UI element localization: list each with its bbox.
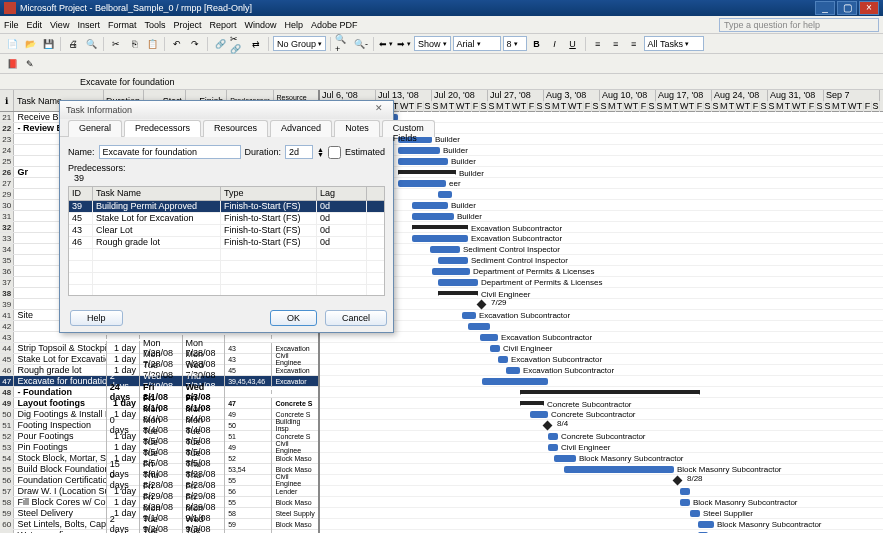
gantt-row[interactable]: Excavation Subcontractor <box>320 233 883 244</box>
row-number[interactable]: 60 <box>0 519 14 529</box>
split-icon[interactable]: ⇄ <box>248 36 264 52</box>
predecessor-empty-row[interactable] <box>69 249 384 261</box>
predecessors-cell[interactable]: 52 <box>225 453 272 464</box>
predecessors-cell[interactable]: 49 <box>225 442 272 453</box>
row-number[interactable]: 46 <box>0 365 14 375</box>
gantt-row[interactable]: Sediment Control Inspector <box>320 255 883 266</box>
row-number[interactable]: 44 <box>0 343 14 353</box>
row-number[interactable]: 43 <box>0 332 14 342</box>
gantt-row[interactable]: Excavation Subcontractor <box>320 310 883 321</box>
resource-cell[interactable]: Excavation <box>272 365 318 376</box>
predecessors-cell[interactable]: 55 <box>225 475 272 486</box>
tab-notes[interactable]: Notes <box>334 120 380 137</box>
grid-col-lag[interactable]: Lag <box>317 187 367 200</box>
duration-cell[interactable] <box>107 335 140 339</box>
dialog-close-button[interactable]: ✕ <box>371 103 387 117</box>
gantt-row[interactable]: Builder <box>320 156 883 167</box>
gantt-row[interactable]: Builder <box>320 200 883 211</box>
gantt-row[interactable]: Block Masonry Subcontractor <box>320 519 883 530</box>
ok-button[interactable]: OK <box>270 310 317 326</box>
grid-col-id[interactable]: ID <box>69 187 93 200</box>
gantt-row[interactable]: Block Masonry Subcontractor <box>320 464 883 475</box>
print-icon[interactable]: 🖨 <box>65 36 81 52</box>
pdf-edit-icon[interactable]: ✎ <box>22 56 38 72</box>
save-icon[interactable]: 💾 <box>40 36 56 52</box>
gantt-row[interactable]: Concrete Subcontractor <box>320 398 883 409</box>
task-bar[interactable] <box>438 191 452 198</box>
gantt-row[interactable]: Department of Permits & Licenses <box>320 277 883 288</box>
row-number[interactable]: 25 <box>0 156 14 166</box>
gantt-row[interactable] <box>320 321 883 332</box>
group-select[interactable]: No Group <box>273 36 326 51</box>
paste-icon[interactable]: 📋 <box>144 36 160 52</box>
copy-icon[interactable]: ⎘ <box>126 36 142 52</box>
task-bar[interactable]: Builder <box>412 202 448 209</box>
font-size-select[interactable]: 8 <box>503 36 527 51</box>
predecessor-row[interactable]: 43Clear LotFinish-to-Start (FS)0d <box>69 225 384 237</box>
font-select[interactable]: Arial <box>453 36 501 51</box>
gantt-row[interactable] <box>320 376 883 387</box>
task-bar[interactable]: Excavation Subcontractor <box>480 334 498 341</box>
resource-cell[interactable]: Concrete S <box>272 398 318 409</box>
row-number[interactable]: 21 <box>0 112 14 122</box>
estimated-checkbox[interactable] <box>328 146 341 159</box>
gantt-row[interactable]: Department of Permits & Licenses <box>320 266 883 277</box>
predecessor-empty-row[interactable] <box>69 273 384 285</box>
task-bar[interactable]: Sediment Control Inspector <box>438 257 468 264</box>
row-number[interactable]: 27 <box>0 178 14 188</box>
resource-cell[interactable]: Block Maso <box>272 453 318 464</box>
gantt-row[interactable]: Sediment Control Inspector <box>320 244 883 255</box>
predecessors-cell[interactable]: 51 <box>225 431 272 442</box>
row-number[interactable]: 34 <box>0 244 14 254</box>
gantt-row[interactable]: Block Masonry Subcontractor <box>320 497 883 508</box>
gantt-row[interactable]: Civil Engineer <box>320 343 883 354</box>
task-bar[interactable]: Excavation Subcontractor <box>412 235 468 242</box>
menu-insert[interactable]: Insert <box>77 20 100 30</box>
tab-advanced[interactable]: Advanced <box>270 120 332 137</box>
row-number[interactable]: 45 <box>0 354 14 364</box>
duration-cell[interactable]: 1 day <box>107 528 140 533</box>
cut-icon[interactable]: ✂ <box>108 36 124 52</box>
gantt-row[interactable]: Builder <box>320 167 883 178</box>
preview-icon[interactable]: 🔍 <box>83 36 99 52</box>
gantt-row[interactable] <box>320 189 883 200</box>
new-icon[interactable]: 📄 <box>4 36 20 52</box>
help-question-input[interactable]: Type a question for help <box>719 18 879 32</box>
predecessors-cell[interactable]: 59 <box>225 519 272 530</box>
row-number[interactable]: 41 <box>0 310 14 320</box>
grid-col-taskname[interactable]: Task Name <box>93 187 221 200</box>
zoom-in-icon[interactable]: 🔍+ <box>335 36 351 52</box>
task-bar[interactable]: Sediment Control Inspector <box>430 246 460 253</box>
task-bar[interactable]: Excavation Subcontractor <box>498 356 508 363</box>
task-bar[interactable]: Excavation Subcontractor <box>506 367 520 374</box>
gantt-row[interactable]: 7/29 <box>320 299 883 310</box>
align-center-icon[interactable]: ≡ <box>608 36 624 52</box>
resource-cell[interactable]: Lumber Sup <box>272 530 318 534</box>
task-bar[interactable] <box>468 323 490 330</box>
gantt-row[interactable]: Excavation Subcontractor <box>320 332 883 343</box>
task-bar[interactable]: Block Masonry Subcontractor <box>698 521 714 528</box>
bold-icon[interactable]: B <box>529 36 545 52</box>
gantt-row[interactable] <box>320 486 883 497</box>
gantt-row[interactable] <box>320 387 883 398</box>
predecessors-cell[interactable]: 47 <box>225 398 272 409</box>
predecessor-row[interactable]: 45Stake Lot for ExcavationFinish-to-Star… <box>69 213 384 225</box>
gantt-row[interactable]: 8/4 <box>320 420 883 431</box>
task-bar[interactable]: Block Masonry Subcontractor <box>564 466 674 473</box>
resource-cell[interactable]: Lender <box>272 486 318 497</box>
predecessors-cell[interactable]: 58 <box>225 508 272 519</box>
maximize-button[interactable]: ▢ <box>837 1 857 15</box>
task-name-cell[interactable] <box>14 335 106 339</box>
predecessors-grid[interactable]: ID Task Name Type Lag 39Building Permit … <box>68 186 385 296</box>
row-number[interactable]: 33 <box>0 233 14 243</box>
summary-bar[interactable]: Civil Engineer <box>438 291 478 295</box>
menu-adobe-pdf[interactable]: Adobe PDF <box>311 20 358 30</box>
row-number[interactable]: 48 <box>0 387 14 397</box>
row-number[interactable]: 26 <box>0 167 14 177</box>
row-number[interactable]: 56 <box>0 475 14 485</box>
gantt-row[interactable]: Concrete Subcontractor <box>320 431 883 442</box>
gantt-row[interactable]: Block Masonry Subcontractor <box>320 453 883 464</box>
gantt-row[interactable]: Steel Supplier <box>320 508 883 519</box>
milestone-marker[interactable] <box>477 300 487 310</box>
gantt-row[interactable]: Concrete Subcontractor <box>320 409 883 420</box>
